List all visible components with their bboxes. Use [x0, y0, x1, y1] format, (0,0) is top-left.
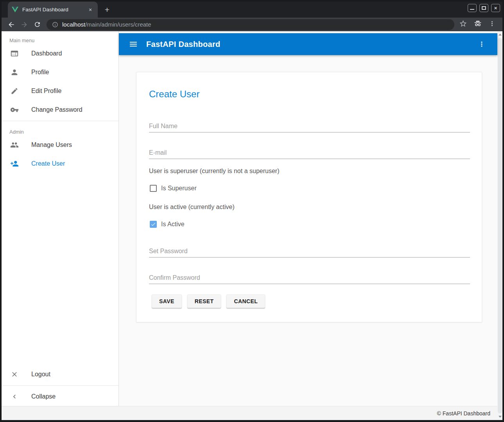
sidebar-item-label: Logout	[31, 371, 50, 378]
info-icon[interactable]	[52, 21, 58, 28]
window-controls: ×	[468, 4, 500, 12]
sidebar-section-main-menu: Main menu	[2, 31, 118, 44]
new-tab-button[interactable]: +	[102, 4, 113, 15]
sidebar-item-manage-users[interactable]: Manage Users	[2, 136, 118, 154]
app-title: FastAPI Dashboard	[146, 40, 477, 49]
page-viewport: Main menu Dashboard Profile Edit Profile	[2, 31, 502, 420]
forward-arrow-icon[interactable]	[20, 20, 29, 29]
sidebar-item-create-user[interactable]: Create User	[2, 154, 118, 173]
confirm-password-field[interactable]	[149, 272, 470, 284]
cancel-button[interactable]: CANCEL	[226, 294, 265, 308]
page-footer: © FastAPI Dashboard	[2, 406, 497, 420]
form-buttons: SAVE RESET CANCEL	[152, 294, 265, 308]
url-path: /main/admin/users/create	[85, 21, 151, 28]
reload-icon[interactable]	[32, 20, 42, 29]
scroll-up-arrow-icon[interactable]	[499, 34, 502, 36]
vue-logo-icon	[12, 7, 18, 13]
chevron-left-icon	[10, 392, 19, 401]
close-x-icon	[10, 370, 19, 379]
close-window-button[interactable]: ×	[491, 4, 500, 12]
sidebar-item-label: Collapse	[31, 393, 56, 400]
sidebar-item-profile[interactable]: Profile	[2, 63, 118, 82]
vertical-scrollbar[interactable]	[497, 31, 502, 420]
main-content: Create User User is superuser (currently…	[119, 55, 497, 406]
superuser-note: User is superuser (currently is not a su…	[149, 166, 279, 176]
browser-tab[interactable]: FastAPI Dashboard ×	[8, 2, 98, 18]
url-host: localhost	[62, 21, 85, 28]
sidebar-item-logout[interactable]: Logout	[2, 365, 118, 384]
incognito-icon	[474, 20, 482, 30]
browser-window: FastAPI Dashboard × + × localhost/main/a…	[0, 0, 504, 422]
set-password-field[interactable]	[149, 245, 470, 257]
star-icon[interactable]	[459, 20, 467, 29]
sidebar: Main menu Dashboard Profile Edit Profile	[2, 31, 119, 406]
sidebar-item-label: Dashboard	[31, 50, 62, 57]
sidebar-item-edit-profile[interactable]: Edit Profile	[2, 82, 118, 100]
sidebar-bottom: Logout Collapse	[2, 365, 118, 406]
checkbox-label: Is Superuser	[161, 185, 197, 192]
reset-button[interactable]: RESET	[187, 294, 221, 308]
active-note: User is active (currently active)	[149, 202, 235, 212]
app-bar: FastAPI Dashboard	[119, 33, 497, 55]
scrollbar-track[interactable]	[497, 38, 502, 413]
checkbox-label: Is Active	[161, 221, 185, 228]
sidebar-divider	[2, 121, 118, 121]
sidebar-divider	[2, 385, 118, 386]
hamburger-menu-icon[interactable]	[128, 39, 138, 49]
scrollbar-thumb[interactable]	[498, 38, 502, 413]
pencil-icon	[10, 87, 19, 95]
web-layout-icon	[10, 49, 19, 58]
sidebar-item-label: Edit Profile	[31, 88, 61, 95]
sidebar-item-label: Profile	[31, 69, 49, 76]
minimize-button[interactable]	[468, 4, 477, 12]
person-add-icon	[10, 159, 19, 168]
people-icon	[10, 141, 19, 149]
sidebar-item-collapse[interactable]: Collapse	[2, 387, 118, 406]
create-user-card: Create User User is superuser (currently…	[136, 72, 482, 322]
back-arrow-icon[interactable]	[7, 20, 16, 29]
full-name-field[interactable]	[149, 120, 470, 132]
sidebar-item-label: Create User	[31, 160, 65, 167]
key-icon	[10, 106, 19, 114]
is-active-checkbox[interactable]	[150, 221, 157, 228]
sidebar-item-change-password[interactable]: Change Password	[2, 100, 118, 119]
sidebar-item-label: Change Password	[31, 106, 83, 113]
sidebar-item-label: Manage Users	[31, 141, 72, 148]
person-icon	[10, 68, 19, 77]
app-kebab-menu-icon[interactable]	[477, 39, 486, 49]
sidebar-section-admin: Admin	[2, 123, 118, 136]
tab-strip: FastAPI Dashboard × + ×	[2, 2, 502, 18]
copyright-text: © FastAPI Dashboard	[437, 410, 490, 417]
browser-toolbar: localhost/main/admin/users/create	[2, 18, 502, 31]
is-active-row[interactable]: Is Active	[150, 220, 185, 229]
toolbar-right	[459, 20, 497, 30]
tab-close-icon[interactable]: ×	[87, 6, 94, 13]
email-field[interactable]	[149, 147, 470, 159]
maximize-button[interactable]	[479, 4, 488, 12]
scroll-down-arrow-icon[interactable]	[499, 416, 502, 418]
sidebar-item-dashboard[interactable]: Dashboard	[2, 44, 118, 63]
page-title: Create User	[149, 89, 199, 100]
address-bar[interactable]: localhost/main/admin/users/create	[47, 19, 454, 30]
save-button[interactable]: SAVE	[152, 294, 182, 308]
is-superuser-row[interactable]: Is Superuser	[150, 184, 197, 193]
browser-menu-kebab-icon[interactable]	[488, 20, 496, 29]
tab-title: FastAPI Dashboard	[22, 7, 87, 13]
is-superuser-checkbox[interactable]	[150, 185, 157, 192]
